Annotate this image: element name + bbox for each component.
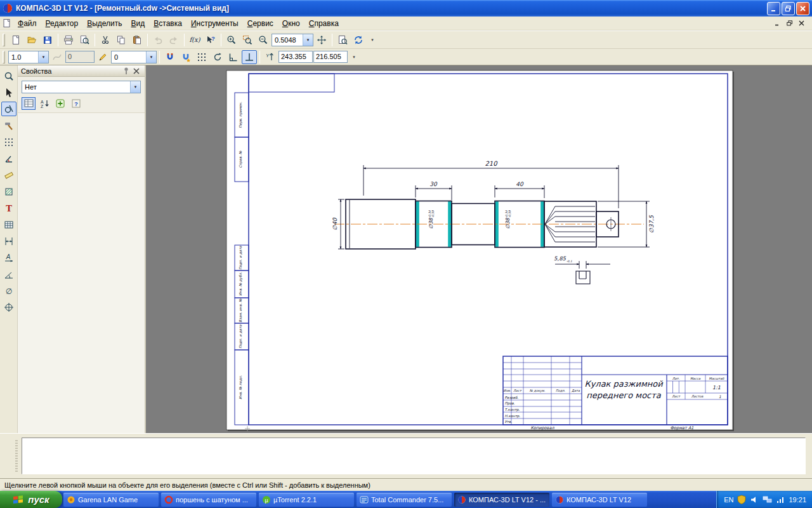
taskbar-button-total-commander[interactable]: Total Commander 7.5... bbox=[357, 493, 452, 507]
zoom-in-button[interactable] bbox=[224, 33, 239, 47]
document-system-icon[interactable] bbox=[2, 18, 11, 28]
hatch-tool-button[interactable] bbox=[1, 184, 16, 199]
menu-window[interactable]: Окно bbox=[278, 17, 304, 30]
line-weight-combobox[interactable]: 1.0 ▾ bbox=[8, 51, 49, 64]
menu-editor[interactable]: Редактор bbox=[41, 17, 83, 30]
minimize-button[interactable] bbox=[767, 2, 780, 15]
zoom-scale-dropdown-icon[interactable]: ▾ bbox=[303, 34, 313, 46]
menu-service[interactable]: Сервис bbox=[243, 17, 278, 30]
menu-insert[interactable]: Вставка bbox=[149, 17, 187, 30]
snap-global-button[interactable] bbox=[162, 50, 178, 64]
refresh-view-button[interactable] bbox=[351, 33, 366, 47]
aux-style-button[interactable] bbox=[49, 50, 65, 64]
zoom-scale-combobox[interactable]: 0.5048 ▾ bbox=[272, 34, 313, 46]
cut-button[interactable] bbox=[98, 33, 113, 47]
menu-tools[interactable]: Инструменты bbox=[187, 17, 243, 30]
language-indicator[interactable]: EN bbox=[724, 496, 733, 504]
redo-button[interactable] bbox=[166, 33, 181, 47]
taskbar-button-kompas-document[interactable]: КОМПАС-3D LT V12 - ... bbox=[454, 493, 549, 507]
menu-view[interactable]: Вид bbox=[127, 17, 150, 30]
menu-file[interactable]: Файл bbox=[13, 17, 41, 30]
print-button[interactable] bbox=[61, 33, 76, 47]
toolbar-drag-handle[interactable] bbox=[3, 51, 5, 64]
print-preview-button[interactable] bbox=[77, 33, 92, 47]
editing-panel-button[interactable] bbox=[1, 118, 16, 133]
toolbar-options-chevron[interactable]: ▾ bbox=[350, 55, 358, 58]
layer-button[interactable] bbox=[95, 50, 110, 64]
coordinates-button[interactable]: Y bbox=[263, 50, 278, 64]
cursor-y-field[interactable]: 216.505 bbox=[313, 51, 348, 63]
network-icon[interactable] bbox=[763, 495, 772, 504]
zoom-window-button[interactable] bbox=[240, 33, 255, 47]
volume-icon[interactable] bbox=[750, 495, 759, 504]
pan-button[interactable] bbox=[314, 33, 329, 47]
open-document-button[interactable] bbox=[24, 33, 39, 47]
property-bar-grip[interactable] bbox=[15, 440, 18, 472]
sort-az-button[interactable]: AZ bbox=[37, 97, 51, 110]
geometry-panel-button[interactable] bbox=[1, 102, 16, 116]
category-view-button[interactable] bbox=[22, 97, 36, 110]
angle-snap-button[interactable] bbox=[226, 50, 241, 64]
save-floppy-icon bbox=[43, 35, 53, 45]
zoom-out-button[interactable] bbox=[256, 33, 271, 47]
selection-tool-button[interactable] bbox=[1, 85, 16, 100]
paste-icon bbox=[132, 35, 142, 45]
paste-button[interactable] bbox=[129, 33, 145, 47]
new-document-button[interactable] bbox=[8, 33, 23, 47]
snap-grid-panel-button[interactable] bbox=[1, 135, 16, 149]
cursor-x-field[interactable]: 243.355 bbox=[278, 51, 313, 63]
diameter-tool-button[interactable]: ∅ bbox=[1, 283, 16, 298]
menu-select[interactable]: Выделить bbox=[82, 17, 126, 30]
security-shield-icon[interactable] bbox=[737, 495, 746, 504]
mdi-close-button[interactable] bbox=[796, 18, 807, 28]
ortho-mode-button[interactable] bbox=[242, 50, 257, 64]
properties-panel-header[interactable]: Свойства bbox=[18, 65, 145, 77]
svg-text:Инв. № подл.: Инв. № подл. bbox=[239, 375, 242, 399]
selection-filter-combobox[interactable]: Нет ▾ bbox=[22, 81, 141, 93]
table-tool-button[interactable] bbox=[1, 217, 16, 232]
axis-tool-button[interactable] bbox=[1, 300, 16, 314]
taskbar-button-utorrent[interactable]: µ µTorrent 2.2.1 bbox=[259, 493, 354, 507]
undo-button[interactable] bbox=[150, 33, 166, 47]
toolbar-options-chevron[interactable]: ▾ bbox=[368, 38, 377, 41]
text-tool-button[interactable]: T bbox=[1, 201, 16, 215]
save-button[interactable] bbox=[40, 33, 55, 47]
selection-filter-dropdown-icon[interactable]: ▾ bbox=[130, 81, 140, 93]
taskbar-button-garena[interactable]: Garena LAN Game bbox=[63, 493, 159, 507]
layer-combobox[interactable]: 0 ▾ bbox=[111, 51, 157, 64]
grid-toggle-button[interactable] bbox=[194, 50, 209, 64]
copy-button[interactable] bbox=[114, 33, 129, 47]
context-help-button[interactable]: ? bbox=[203, 33, 218, 47]
property-bar-content[interactable] bbox=[22, 438, 806, 474]
panel-close-button[interactable] bbox=[131, 67, 141, 76]
taskbar-button-kompas-app[interactable]: КОМПАС-3D LT V12 bbox=[552, 493, 647, 507]
signal-icon[interactable] bbox=[776, 495, 785, 504]
pin-button[interactable] bbox=[121, 67, 131, 76]
drawing-canvas[interactable]: Перв. примен. Справ. № Подп. и дата Инв.… bbox=[146, 65, 812, 433]
linear-dimension-tool-button[interactable] bbox=[1, 234, 16, 248]
angle-tool-button[interactable] bbox=[1, 151, 16, 166]
panel-help-button[interactable]: ? bbox=[69, 97, 83, 110]
mdi-restore-button[interactable] bbox=[784, 18, 795, 28]
close-button[interactable] bbox=[796, 2, 809, 15]
toolbar-drag-handle[interactable] bbox=[3, 34, 5, 46]
drawing-viewport[interactable]: Перв. примен. Справ. № Подп. и дата Инв.… bbox=[146, 65, 812, 433]
line-weight-dropdown-icon[interactable]: ▾ bbox=[38, 51, 48, 63]
expression-button[interactable]: f(x) bbox=[187, 33, 202, 47]
angle-dimension-tool-button[interactable] bbox=[1, 267, 16, 281]
start-button[interactable]: пуск bbox=[0, 491, 62, 508]
restore-button[interactable] bbox=[782, 2, 795, 15]
aux-value-field[interactable]: 0 bbox=[65, 51, 95, 63]
fit-page-button[interactable] bbox=[335, 33, 350, 47]
mdi-minimize-button[interactable] bbox=[772, 18, 783, 28]
text-dimension-tool-button[interactable]: A bbox=[1, 250, 16, 265]
snap-local-button[interactable] bbox=[178, 50, 193, 64]
taskbar-button-opera-page[interactable]: поршень с шатуном ... bbox=[161, 493, 256, 507]
measure-tool-button[interactable] bbox=[1, 168, 16, 182]
clock[interactable]: 19:21 bbox=[789, 496, 806, 504]
layer-dropdown-icon[interactable]: ▾ bbox=[146, 51, 156, 63]
rotate-snap-button[interactable] bbox=[210, 50, 225, 64]
auto-create-button[interactable] bbox=[53, 97, 67, 110]
menu-help[interactable]: Справка bbox=[304, 17, 343, 30]
zoom-tool-button[interactable] bbox=[1, 69, 16, 83]
